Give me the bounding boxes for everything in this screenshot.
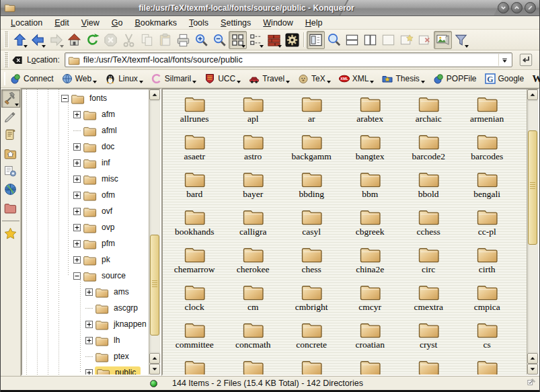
zoom-in-button[interactable] [192,31,210,49]
kde-gear-throbber-button[interactable] [283,31,301,49]
tree-item-public[interactable]: public [22,364,149,375]
folder-item-partial[interactable] [458,356,516,375]
tree-item-misc[interactable]: misc [22,171,149,187]
tree-expander-plus-icon[interactable] [85,337,93,344]
list-view-button[interactable] [247,31,265,49]
tree-item-ams[interactable]: ams [22,284,149,300]
bookmark-web[interactable]: Web [59,72,100,85]
sidebar-tab-bookmarks[interactable] [1,225,20,243]
folder-item-china2e[interactable]: china2e [341,243,399,280]
folder-item-partial[interactable] [341,356,399,375]
folder-item-bbding[interactable]: bbding [282,167,341,205]
folder-item-armenian[interactable]: armenian [458,92,516,130]
bookmark-travel[interactable]: Travel [246,72,293,85]
image-preview-button[interactable] [434,31,452,49]
tree-item-source[interactable]: source [22,268,149,284]
tree-expander-plus-icon[interactable] [73,208,81,215]
folder-item-calligra[interactable]: calligra [224,205,282,243]
toolbar-drag-handle[interactable] [4,52,9,67]
folder-item-barcode2[interactable]: barcode2 [399,130,458,167]
tree-item-ascgrp[interactable]: ascgrp [22,300,149,316]
bookmark-ucc[interactable]: UCC [202,72,243,85]
location-dropdown-arrow[interactable] [498,54,510,66]
folder-item-cchess[interactable]: cchess [399,205,458,243]
tree-item-afm[interactable]: afm [22,106,149,122]
go-button[interactable] [518,52,534,68]
menu-go[interactable]: Go [106,17,129,29]
tree-scrollbar[interactable] [149,89,160,375]
tree-item-afml[interactable]: afml [22,122,149,139]
split-view-left-right-button[interactable] [361,31,379,49]
maximize-button[interactable] [511,2,523,13]
icon-area[interactable]: allrunesaplararabtexarchaicarmenianasaet… [163,89,527,375]
scrollbar-track[interactable] [149,100,160,353]
folder-item-apl[interactable]: apl [224,92,282,130]
toolbar-drag-handle[interactable] [4,32,9,47]
sidebar-tab-annotate-pen[interactable] [1,108,20,126]
folder-item-astro[interactable]: astro [224,130,282,167]
folder-item-circ[interactable]: circ [399,243,458,280]
folder-item-concmath[interactable]: concmath [224,318,282,356]
folder-item-ar[interactable]: ar [282,92,341,130]
folder-item-casyl[interactable]: casyl [282,205,341,243]
tree-item-fonts[interactable]: fonts [22,90,149,106]
sidebar-tab-home-directory[interactable] [1,144,20,162]
folder-item-chemarrow[interactable]: chemarrow [165,243,224,280]
close-button[interactable] [525,2,536,13]
tree-expander-plus-icon[interactable] [73,111,81,118]
titlebar[interactable]: file:/usr/TeX/texmf-local/fonts/source/p… [1,0,539,16]
tree-item-pfm[interactable]: pfm [22,235,149,251]
folder-item-cmextra[interactable]: cmextra [399,280,458,318]
folder-item-bbold[interactable]: bbold [399,167,458,205]
menu-view[interactable]: View [75,17,106,29]
back-button[interactable] [29,31,47,49]
folder-item-cmcyr[interactable]: cmcyr [341,280,399,318]
folder-item-asaetr[interactable]: asaetr [165,130,224,167]
folder-item-committee[interactable]: committee [165,318,224,356]
toolbar-drag-handle[interactable] [4,72,5,85]
menu-help[interactable]: Help [299,17,329,29]
bookmark-silmaril[interactable]: Silmaril [149,72,199,85]
home-button[interactable] [65,31,83,49]
folder-item-chess[interactable]: chess [282,243,341,280]
reload-button[interactable] [83,31,102,49]
location-input[interactable]: file:/usr/TeX/texmf-local/fonts/source/p… [65,52,512,67]
tree-expander-plus-icon[interactable] [73,256,81,264]
tree-item-ptex[interactable]: ptex [22,348,149,364]
menu-edit[interactable]: Edit [48,17,75,29]
tree-item-jknappen[interactable]: jknappen [22,316,149,332]
bookmark-thesis[interactable]: Thesis [379,72,427,85]
scroll-up-button[interactable] [527,353,538,364]
scroll-down-button[interactable] [149,364,160,375]
folder-item-cherokee[interactable]: cherokee [224,243,282,280]
bookmark-xml[interactable]: XMLXML [336,72,377,85]
menu-location[interactable]: Location [5,17,48,29]
bookmark-linux[interactable]: Linux [102,72,146,85]
tree-expander-plus-icon[interactable] [85,288,93,296]
menu-bookmarks[interactable]: Bookmarks [128,17,183,29]
sidebar-tab-network[interactable] [1,180,20,198]
scroll-up-button[interactable] [527,89,538,100]
tree-expander-plus-icon[interactable] [73,240,81,247]
folder-item-bangtex[interactable]: bangtex [341,130,399,167]
scroll-up-button[interactable] [149,89,160,100]
folder-item-cbgreek[interactable]: cbgreek [341,205,399,243]
tree-item-lh[interactable]: lh [22,332,149,348]
tree-item-ovp[interactable]: ovp [22,219,149,235]
folder-item-cc-pl[interactable]: cc-pl [458,205,516,243]
folder-item-partial[interactable] [224,356,282,375]
folder-item-partial[interactable] [165,356,224,375]
tree-expander-plus-icon[interactable] [73,143,81,151]
up-button[interactable] [11,31,29,49]
sidebar-tab-services[interactable] [1,162,20,180]
bookmark-google[interactable]: GGoogle [482,72,527,85]
scrollbar-thumb[interactable] [150,235,159,336]
tree-expander-plus-icon[interactable] [73,159,81,167]
tree-expander-plus-icon[interactable] [73,192,81,199]
scroll-down-button[interactable] [527,364,538,375]
bookmark-wikipedia[interactable]: WWikipedia [529,72,540,85]
folder-item-partial[interactable] [282,356,341,375]
folder-item-cs[interactable]: cs [458,318,516,356]
show-navigation-panel-button[interactable] [307,31,325,49]
folder-item-concrete[interactable]: concrete [282,318,341,356]
